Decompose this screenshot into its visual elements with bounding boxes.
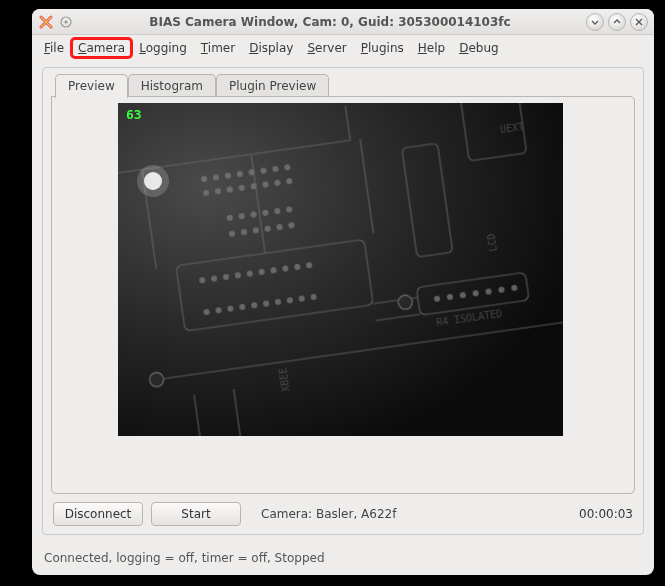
disconnect-button[interactable]: Disconnect [53, 502, 143, 526]
svg-rect-2 [118, 103, 563, 436]
tab-preview[interactable]: Preview [55, 74, 128, 98]
menu-display[interactable]: Display [243, 39, 299, 57]
start-button[interactable]: Start [151, 502, 241, 526]
svg-point-1 [64, 20, 67, 23]
menu-timer[interactable]: Timer [195, 39, 241, 57]
close-button[interactable] [630, 13, 648, 31]
app-icon [38, 14, 54, 30]
content-area: Preview Histogram Plugin Preview [32, 61, 654, 543]
menu-server[interactable]: Server [301, 39, 352, 57]
tabstrip: Preview Histogram Plugin Preview [51, 74, 635, 97]
minimize-button[interactable] [586, 13, 604, 31]
preview-fps-label: 63 [126, 107, 142, 122]
tab-histogram[interactable]: Histogram [128, 74, 216, 97]
panel: Preview Histogram Plugin Preview [42, 67, 644, 535]
svg-point-69 [137, 165, 169, 197]
menu-plugins[interactable]: Plugins [355, 39, 410, 57]
menu-help[interactable]: Help [412, 39, 451, 57]
camera-preview-image: XBEE LCD R4 ISOLATED UEXT 63 [118, 103, 563, 436]
menu-logging[interactable]: Logging [133, 39, 193, 57]
menu-camera[interactable]: Camera [72, 39, 131, 57]
tab-body: XBEE LCD R4 ISOLATED UEXT 63 [51, 96, 635, 494]
window-title: BIAS Camera Window, Cam: 0, Guid: 305300… [78, 15, 582, 29]
pin-icon[interactable] [58, 14, 74, 30]
tab-plugin-preview[interactable]: Plugin Preview [216, 74, 329, 97]
camera-info-label: Camera: Basler, A622f [261, 507, 396, 521]
status-text: Connected, logging = off, timer = off, S… [44, 551, 325, 565]
elapsed-time: 00:00:03 [579, 507, 633, 521]
titlebar: BIAS Camera Window, Cam: 0, Guid: 305300… [32, 9, 654, 35]
menu-file[interactable]: File [38, 39, 70, 57]
maximize-button[interactable] [608, 13, 626, 31]
control-row: Disconnect Start Camera: Basler, A622f 0… [51, 494, 635, 526]
menubar: File Camera Logging Timer Display Server… [32, 35, 654, 61]
menu-debug[interactable]: Debug [453, 39, 504, 57]
status-bar: Connected, logging = off, timer = off, S… [32, 543, 654, 575]
app-window: BIAS Camera Window, Cam: 0, Guid: 305300… [32, 9, 654, 575]
